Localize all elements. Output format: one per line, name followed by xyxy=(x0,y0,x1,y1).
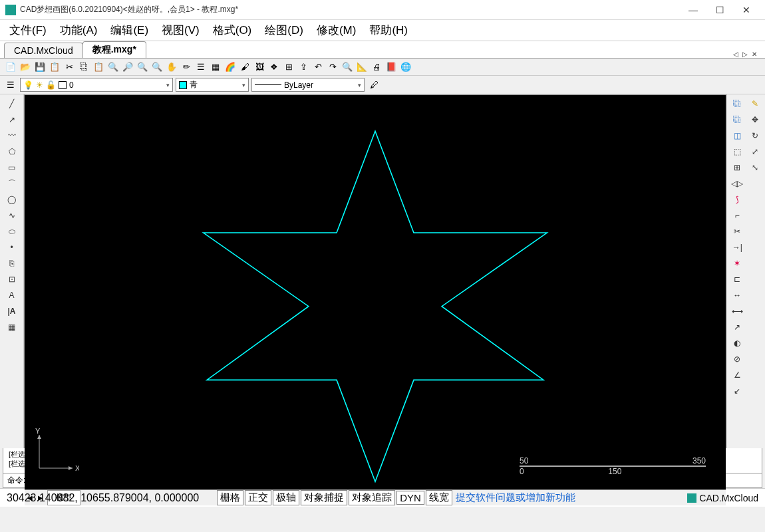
brand-text: CAD.MxCloud xyxy=(699,493,758,503)
tab-cloud[interactable]: CAD.MxCloud xyxy=(4,43,83,58)
move-tool-icon[interactable]: ✥ xyxy=(748,113,762,126)
array-tool-icon[interactable]: ⊞ xyxy=(730,161,744,174)
menu-format[interactable]: 格式(O) xyxy=(206,20,259,41)
gradient-icon[interactable]: 🌈 xyxy=(224,61,237,74)
break-tool-icon[interactable]: ⊏ xyxy=(730,273,744,286)
layer-manager-icon[interactable]: ☰ xyxy=(4,78,17,92)
close-button[interactable]: ✕ xyxy=(733,1,760,19)
toggle-ortho[interactable]: 正交 xyxy=(245,490,271,505)
stretch-tool-icon[interactable]: ⤡ xyxy=(748,161,762,174)
color-dropdown[interactable]: 青 ▾ xyxy=(176,78,249,92)
ray-tool-icon[interactable]: ↗ xyxy=(5,113,19,126)
make-block-icon[interactable]: ⊡ xyxy=(5,273,19,286)
hatch-tool-icon[interactable]: ▦ xyxy=(5,321,19,334)
pencil-icon[interactable]: ✏ xyxy=(180,61,193,74)
scale-bar: 50350 0150 xyxy=(520,456,706,476)
copy-tool-icon[interactable]: ⿻ xyxy=(730,97,744,110)
layer-dropdown[interactable]: 💡 ☀ 🔓 0 ▾ xyxy=(20,78,173,92)
maximize-button[interactable]: ☐ xyxy=(706,1,733,19)
rectangle-tool-icon[interactable]: ▭ xyxy=(5,161,19,174)
point-tool-icon[interactable]: • xyxy=(5,241,19,254)
print-icon[interactable]: 🖨 xyxy=(370,61,383,74)
dim-angular-icon[interactable]: ∠ xyxy=(730,368,744,382)
pdf-icon[interactable]: 📕 xyxy=(384,61,398,74)
tab-close-icon[interactable]: ✕ xyxy=(750,51,758,58)
block-icon[interactable]: ❖ xyxy=(267,61,281,74)
zoom-window-icon[interactable]: 🔍 xyxy=(150,61,164,74)
mirror-tool-icon[interactable]: ⿻ xyxy=(730,113,744,126)
explode-tool-icon[interactable]: ✶ xyxy=(730,257,744,270)
drawing-canvas[interactable]: X Y 50350 0150 xyxy=(25,95,726,489)
chamfer-tool-icon[interactable]: ⌐ xyxy=(730,209,744,222)
menu-function[interactable]: 功能(A) xyxy=(53,20,104,41)
open-icon[interactable]: 📂 xyxy=(19,61,32,74)
new-icon[interactable]: 📄 xyxy=(4,61,17,74)
offset-tool-icon[interactable]: ◫ xyxy=(730,129,744,142)
dim-radius-icon[interactable]: ◐ xyxy=(730,336,744,350)
web-icon[interactable]: 🌐 xyxy=(399,61,412,74)
toggle-osnap[interactable]: 对象捕捉 xyxy=(301,490,347,505)
circle-tool-icon[interactable]: ◯ xyxy=(5,193,19,206)
tab-tutorial[interactable]: 教程.mxg* xyxy=(82,41,146,58)
find-icon[interactable]: 🔍 xyxy=(341,61,354,74)
measure-icon[interactable]: 📐 xyxy=(355,61,369,74)
feedback-link[interactable]: 提交软件问题或增加新功能 xyxy=(456,491,575,504)
dim-linear-icon[interactable]: ⟷ xyxy=(730,305,744,318)
insert-block-icon[interactable]: ⎘ xyxy=(5,257,19,270)
menu-view[interactable]: 视图(V) xyxy=(155,20,206,41)
menu-draw[interactable]: 绘图(D) xyxy=(258,20,310,41)
lineweight-icon[interactable]: 🖊 xyxy=(367,78,381,92)
hatch-icon[interactable]: ▦ xyxy=(209,61,222,74)
zoom-in-icon[interactable]: 🔍 xyxy=(106,61,120,74)
image-icon[interactable]: 🖼 xyxy=(253,61,266,74)
join-tool-icon[interactable]: ↔ xyxy=(730,289,744,302)
fillet-tool-icon[interactable]: ⟆ xyxy=(730,193,744,206)
select-window-icon[interactable]: ⬚ xyxy=(730,145,744,158)
minimize-button[interactable]: — xyxy=(680,1,706,19)
saveas-icon[interactable]: 📋 xyxy=(48,61,61,74)
toggle-polar[interactable]: 极轴 xyxy=(273,490,299,505)
cut-icon[interactable]: ✂ xyxy=(63,61,76,74)
undo-icon[interactable]: ↶ xyxy=(311,61,325,74)
text-tool-icon[interactable]: A xyxy=(5,289,19,302)
redo-icon[interactable]: ↷ xyxy=(326,61,339,74)
linetype-dropdown[interactable]: ByLayer ▾ xyxy=(251,78,365,92)
pan-icon[interactable]: ✋ xyxy=(165,61,178,74)
line-tool-icon[interactable]: ╱ xyxy=(5,97,19,110)
save-icon[interactable]: 💾 xyxy=(33,61,47,74)
zoom-out-icon[interactable]: 🔎 xyxy=(121,61,134,74)
tab-prev-icon[interactable]: ◁ xyxy=(732,51,740,58)
polyline-tool-icon[interactable]: 〰 xyxy=(5,129,19,142)
polygon-tool-icon[interactable]: ⬠ xyxy=(5,145,19,158)
erase-tool-icon[interactable]: ✎ xyxy=(748,97,762,110)
mtext-tool-icon[interactable]: |A xyxy=(5,305,19,318)
menu-file[interactable]: 文件(F) xyxy=(3,20,53,41)
toggle-grid[interactable]: 栅格 xyxy=(217,490,243,505)
export-icon[interactable]: ⇪ xyxy=(297,61,310,74)
paste-icon[interactable]: 📋 xyxy=(92,61,105,74)
spline-tool-icon[interactable]: ∿ xyxy=(5,209,19,222)
ellipse-tool-icon[interactable]: ⬭ xyxy=(5,225,19,238)
toggle-lineweight[interactable]: 线宽 xyxy=(426,490,452,505)
trim-tool-icon[interactable]: ✂ xyxy=(730,225,744,238)
dim-diameter-icon[interactable]: ⊘ xyxy=(730,352,744,366)
brush-icon[interactable]: 🖌 xyxy=(238,61,251,74)
leader-tool-icon[interactable]: ↙ xyxy=(730,384,744,398)
menu-help[interactable]: 帮助(H) xyxy=(363,20,414,41)
table-icon[interactable]: ⊞ xyxy=(282,61,295,74)
layers-icon[interactable]: ☰ xyxy=(194,61,208,74)
arc-tool-icon[interactable]: ⌒ xyxy=(5,177,19,190)
zoom-extents-icon[interactable]: 🔍 xyxy=(136,61,149,74)
rotate-tool-icon[interactable]: ↻ xyxy=(748,129,762,142)
menu-modify[interactable]: 修改(M) xyxy=(310,20,363,41)
menu-edit[interactable]: 编辑(E) xyxy=(104,20,155,41)
scale-tool-icon[interactable]: ⤢ xyxy=(748,145,762,158)
toggle-otrack[interactable]: 对象追踪 xyxy=(349,490,395,505)
mirror2-tool-icon[interactable]: ◁▷ xyxy=(730,177,744,190)
standard-toolbar: 📄 📂 💾 📋 ✂ ⿻ 📋 🔍 🔎 🔍 🔍 ✋ ✏ ☰ ▦ 🌈 🖌 🖼 ❖ ⊞ … xyxy=(0,59,765,76)
dim-aligned-icon[interactable]: ↗ xyxy=(730,321,744,334)
copy-icon[interactable]: ⿻ xyxy=(77,61,90,74)
toggle-dyn[interactable]: DYN xyxy=(396,491,424,505)
tab-next-icon[interactable]: ▷ xyxy=(741,51,749,58)
extend-tool-icon[interactable]: →| xyxy=(730,241,744,254)
